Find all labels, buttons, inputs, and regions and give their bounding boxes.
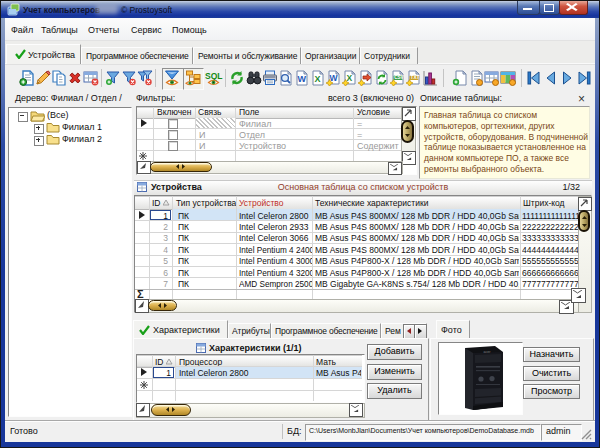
svg-text:acer: acer: [484, 350, 492, 354]
svg-text:SQL: SQL: [205, 71, 222, 81]
svg-text:CSV: CSV: [394, 75, 404, 80]
svg-text:TXT: TXT: [411, 75, 420, 80]
svg-text:X: X: [347, 73, 353, 83]
svg-text:W: W: [298, 74, 307, 84]
svg-text:X: X: [315, 74, 321, 84]
